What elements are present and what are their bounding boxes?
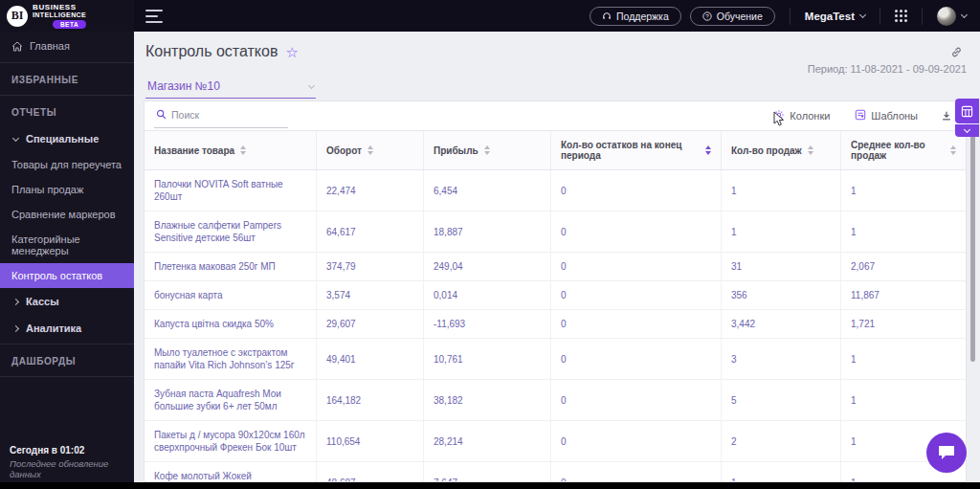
value-cell: 1: [841, 380, 966, 420]
column-resize-handle[interactable]: [832, 161, 839, 168]
table-row[interactable]: Зубная паста Aquafresh Мои большие зубки…: [145, 380, 966, 421]
sort-icon[interactable]: [240, 145, 246, 155]
headset-icon: [602, 11, 612, 21]
value-cell: 1,721: [841, 310, 966, 338]
table-body: Палочки NOVITA Soft ватные 260шт22,4746,…: [145, 170, 966, 482]
column-resize-handle[interactable]: [307, 161, 315, 168]
column-header-oborot[interactable]: Оборот: [317, 131, 424, 169]
value-cell: 49,401: [317, 339, 424, 379]
value-cell: 11,867: [841, 281, 966, 309]
store-filter-select[interactable]: Магазин №10: [145, 77, 316, 99]
top-bar: BI BUSINESS INTELLIGENCE BETA Поддержка …: [0, 0, 980, 32]
support-button[interactable]: Поддержка: [590, 7, 681, 26]
profile-menu[interactable]: [937, 7, 967, 26]
report-settings-button[interactable]: [955, 99, 979, 123]
product-name-cell: Палочки NOVITA Soft ватные 260шт: [145, 170, 317, 211]
table-toolbar: Колонки Шаблоны: [145, 101, 966, 130]
table-row[interactable]: Мыло туалетное с экстрактом папайи Vita …: [145, 339, 966, 380]
search-input[interactable]: [171, 109, 277, 121]
separator: [790, 8, 791, 25]
sidebar-section-favorites[interactable]: ИЗБРАННЫЕ: [0, 65, 134, 93]
value-cell: 164,182: [317, 380, 424, 420]
column-header-prodazhi[interactable]: Кол-во продаж: [722, 131, 841, 169]
value-cell: 48,687: [317, 462, 424, 482]
sidebar-group-analytics[interactable]: Аналитика: [0, 315, 134, 342]
value-cell: 64,617: [317, 211, 424, 252]
table-row[interactable]: Капуста цвітна скидка 50%29,607-11,69303…: [145, 310, 966, 339]
sidebar-item-home[interactable]: Главная: [0, 32, 134, 60]
column-header-name[interactable]: Название товара: [145, 131, 317, 169]
table-card: Колонки Шаблоны Название товара: [144, 100, 967, 482]
download-icon[interactable]: [941, 110, 952, 122]
sort-icon[interactable]: [950, 145, 956, 155]
column-header-srednee[interactable]: Среднее кол-во продаж: [841, 131, 966, 169]
product-name-cell: Капуста цвітна скидка 50%: [145, 310, 317, 338]
sort-icon[interactable]: [705, 145, 711, 155]
avatar: [937, 7, 956, 26]
account-menu[interactable]: MegaTest: [805, 11, 865, 22]
sidebar-group-special-label: Специальные: [26, 133, 99, 144]
search-icon: [156, 106, 167, 123]
sidebar-item-plany-prodazh[interactable]: Планы продаж: [0, 177, 134, 202]
brand-line2: INTELLIGENCE: [33, 11, 86, 19]
table-row[interactable]: бонусная карта3,5740,014035611,867: [145, 281, 966, 310]
value-cell: 1: [841, 170, 966, 211]
chat-button[interactable]: [926, 433, 967, 473]
column-resize-handle[interactable]: [414, 161, 422, 168]
panel-collapse-button[interactable]: [955, 124, 979, 137]
product-name-cell: Влажные салфетки Pampers Sensitive детск…: [145, 211, 317, 252]
sidebar-group-special[interactable]: Специальные: [0, 125, 134, 152]
table-row[interactable]: Плетенка маковая 250г МП374,79249,040312…: [145, 253, 966, 281]
chevron-right-icon: [12, 324, 19, 331]
brand-text: BUSINESS INTELLIGENCE BETA: [33, 3, 86, 29]
sort-icon[interactable]: [808, 145, 813, 155]
value-cell: 0: [551, 462, 722, 482]
table-row[interactable]: Палочки NOVITA Soft ватные 260шт22,4746,…: [145, 170, 966, 211]
question-circle-icon: ?: [702, 11, 712, 21]
sidebar: Главная ИЗБРАННЫЕ ОТЧЕТЫ Специальные Тов…: [0, 32, 134, 489]
value-cell: 1: [841, 211, 966, 252]
column-resize-handle[interactable]: [712, 161, 720, 168]
product-name-cell: Зубная паста Aquafresh Мои большие зубки…: [145, 380, 317, 420]
column-header-ostatki[interactable]: Кол-во остатков на конец периода: [551, 131, 722, 169]
sidebar-item-kategorijnye-menedzhery[interactable]: Категорийные менеджеры: [0, 227, 134, 263]
value-cell: 0: [551, 421, 722, 461]
sidebar-section-reports[interactable]: ОТЧЕТЫ: [0, 98, 134, 125]
sidebar-section-dashboards[interactable]: ДАШБОРДЫ: [0, 346, 134, 374]
sidebar-group-kassy[interactable]: Кассы: [0, 288, 134, 315]
sidebar-item-kontrol-ostatkov[interactable]: Контроль остатков: [0, 263, 134, 288]
sidebar-item-pereuchet[interactable]: Товары для переучета: [0, 152, 134, 177]
sidebar-toggle-icon[interactable]: [145, 10, 163, 23]
table-row[interactable]: Пакеты д / мусора 90х120см 160л сверхпро…: [145, 421, 966, 462]
value-cell: 249,04: [424, 253, 551, 280]
brand-logo[interactable]: BI BUSINESS INTELLIGENCE BETA: [0, 0, 134, 32]
sort-icon[interactable]: [484, 145, 490, 155]
favorite-star-icon[interactable]: ☆: [285, 45, 298, 59]
columns-button[interactable]: Колонки: [773, 109, 830, 122]
table-row[interactable]: Кофе молотый Жокей Традиционный 225г в /…: [145, 462, 966, 482]
value-cell: 110,654: [317, 421, 424, 461]
share-link-icon[interactable]: [950, 45, 963, 62]
table-row[interactable]: Влажные салфетки Pampers Sensitive детск…: [145, 211, 966, 253]
brand-monogram: BI: [7, 6, 28, 27]
sidebar-item-sravnenie-markerov[interactable]: Сравнение маркеров: [0, 202, 134, 227]
sort-icon[interactable]: [368, 145, 373, 155]
column-header-pribyl[interactable]: Прибыль: [424, 131, 551, 169]
templates-button[interactable]: Шаблоны: [855, 109, 918, 122]
vertical-scrollbar-thumb[interactable]: [970, 134, 975, 362]
divider: [0, 376, 134, 377]
value-cell: 10,761: [424, 339, 551, 379]
bottom-bar: [0, 482, 980, 489]
column-resize-handle[interactable]: [542, 161, 549, 168]
search-box[interactable]: [154, 104, 288, 128]
apps-grid-icon[interactable]: [895, 10, 907, 22]
value-cell: 1: [722, 211, 841, 252]
value-cell: -11,693: [424, 310, 551, 338]
value-cell: 374,79: [317, 253, 424, 280]
store-filter-value: Магазин №10: [147, 79, 220, 93]
chevron-down-icon: [308, 81, 315, 88]
topbar-actions: Поддержка ? Обучение MegaTest: [581, 7, 980, 26]
sidebar-footer: Сегодня в 01:02 Последнее обновление дан…: [10, 445, 134, 479]
training-button[interactable]: ? Обучение: [690, 7, 775, 26]
template-icon: [855, 109, 866, 122]
